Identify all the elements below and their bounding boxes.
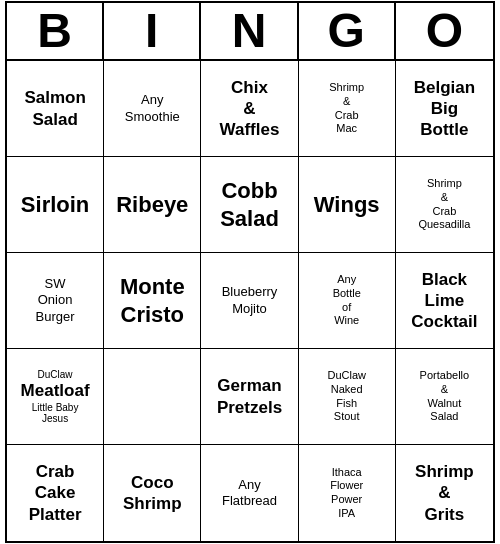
bingo-cell-22: Any Flatbread bbox=[201, 445, 298, 541]
bingo-cell-10: SW Onion Burger bbox=[7, 253, 104, 349]
bingo-header: BINGO bbox=[7, 3, 493, 61]
bingo-cell-3: Shrimp & Crab Mac bbox=[299, 61, 396, 157]
bingo-cell-19: Portabello & Walnut Salad bbox=[396, 349, 493, 445]
bingo-cell-16 bbox=[104, 349, 201, 445]
bingo-cell-13: Any Bottle of Wine bbox=[299, 253, 396, 349]
bingo-cell-12: Blueberry Mojito bbox=[201, 253, 298, 349]
header-letter-n: N bbox=[201, 3, 298, 59]
bingo-cell-24: Shrimp & Grits bbox=[396, 445, 493, 541]
header-letter-i: I bbox=[104, 3, 201, 59]
bingo-cell-11: Monte Cristo bbox=[104, 253, 201, 349]
bingo-cell-4: Belgian Big Bottle bbox=[396, 61, 493, 157]
bingo-cell-9: Shrimp & Crab Quesadilla bbox=[396, 157, 493, 253]
bingo-cell-0: Salmon Salad bbox=[7, 61, 104, 157]
bingo-cell-8: Wings bbox=[299, 157, 396, 253]
header-letter-g: G bbox=[299, 3, 396, 59]
bingo-cell-2: Chix & Waffles bbox=[201, 61, 298, 157]
bingo-cell-14: Black Lime Cocktail bbox=[396, 253, 493, 349]
bingo-cell-23: Ithaca Flower Power IPA bbox=[299, 445, 396, 541]
bingo-cell-6: Ribeye bbox=[104, 157, 201, 253]
bingo-cell-20: Crab Cake Platter bbox=[7, 445, 104, 541]
bingo-cell-1: Any Smoothie bbox=[104, 61, 201, 157]
header-letter-o: O bbox=[396, 3, 493, 59]
bingo-cell-21: Coco Shrimp bbox=[104, 445, 201, 541]
bingo-cell-5: Sirloin bbox=[7, 157, 104, 253]
bingo-card: BINGO Salmon SaladAny SmoothieChix & Waf… bbox=[5, 1, 495, 543]
bingo-cell-17: German Pretzels bbox=[201, 349, 298, 445]
bingo-cell-15: DuClawMeatloafLittle Baby Jesus bbox=[7, 349, 104, 445]
bingo-cell-7: Cobb Salad bbox=[201, 157, 298, 253]
bingo-cell-18: DuClaw Naked Fish Stout bbox=[299, 349, 396, 445]
bingo-grid: Salmon SaladAny SmoothieChix & WafflesSh… bbox=[7, 61, 493, 541]
header-letter-b: B bbox=[7, 3, 104, 59]
